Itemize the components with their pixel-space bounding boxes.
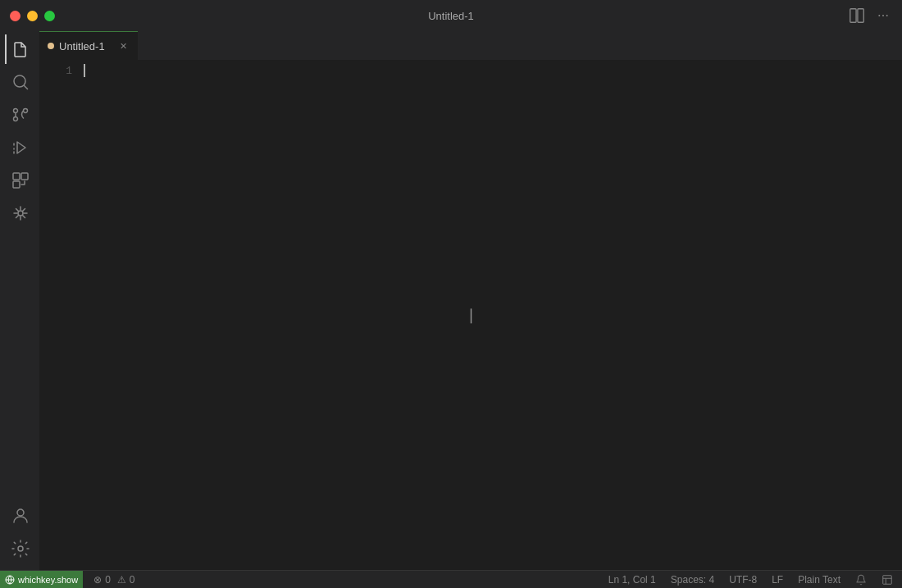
error-count: 0	[105, 574, 111, 586]
status-bar-left: whichkey.show ⊗ 0 ⚠ 0	[7, 571, 138, 589]
title-bar: Untitled-1	[0, 0, 902, 31]
line-numbers: 1	[39, 60, 80, 570]
remote-indicator[interactable]: whichkey.show	[0, 571, 83, 589]
tab-modified-indicator	[48, 43, 54, 49]
sidebar-item-run-debug[interactable]	[5, 133, 34, 162]
status-language[interactable]: Plain Text	[795, 574, 843, 586]
close-button[interactable]	[10, 11, 20, 21]
status-encoding[interactable]: UTF-8	[727, 574, 759, 586]
status-errors[interactable]: ⊗ 0 ⚠ 0	[91, 574, 137, 586]
sidebar-item-account[interactable]	[5, 501, 34, 531]
split-editor-button[interactable]	[848, 7, 866, 25]
svg-point-12	[18, 211, 23, 216]
activity-bar-top	[5, 34, 34, 501]
svg-point-13	[17, 509, 24, 516]
editor-content[interactable]: 1 ❘	[39, 60, 902, 570]
status-spaces[interactable]: Spaces: 4	[668, 574, 717, 586]
svg-point-8	[14, 117, 18, 121]
minimize-button[interactable]	[27, 11, 38, 21]
sidebar-item-settings[interactable]	[5, 534, 34, 563]
status-line-col[interactable]: Ln 1, Col 1	[606, 574, 658, 586]
tab-bar: Untitled-1 ✕	[39, 31, 902, 60]
svg-rect-15	[883, 575, 892, 584]
sidebar-item-source-control[interactable]	[5, 100, 34, 130]
error-icon: ⊗	[93, 574, 102, 586]
main-layout: Untitled-1 ✕ 1 ❘	[0, 31, 902, 570]
tab-untitled-1[interactable]: Untitled-1 ✕	[39, 31, 138, 60]
window-title: Untitled-1	[428, 10, 474, 22]
svg-point-14	[18, 546, 23, 551]
svg-rect-10	[21, 173, 28, 180]
status-bar-right: Ln 1, Col 1 Spaces: 4 UTF-8 LF Plain Tex…	[606, 574, 895, 586]
sidebar-item-search[interactable]	[5, 67, 34, 97]
code-area[interactable]	[80, 60, 902, 570]
tab-close-button[interactable]: ✕	[116, 39, 130, 52]
title-bar-actions	[848, 7, 892, 25]
traffic-lights	[10, 11, 55, 21]
svg-rect-9	[13, 173, 20, 180]
activity-bar	[0, 31, 39, 570]
status-bar: whichkey.show ⊗ 0 ⚠ 0 Ln 1, Col 1 Spaces…	[0, 570, 902, 588]
sidebar-item-extensions[interactable]	[5, 166, 34, 195]
text-cursor	[84, 64, 85, 77]
svg-point-4	[886, 15, 888, 16]
svg-rect-0	[850, 9, 856, 23]
sidebar-item-remote[interactable]	[5, 198, 34, 228]
svg-point-5	[14, 75, 25, 87]
status-line-ending[interactable]: LF	[769, 574, 786, 586]
tab-filename: Untitled-1	[59, 40, 105, 52]
warning-count: 0	[130, 574, 135, 586]
remote-label: whichkey.show	[18, 575, 78, 585]
svg-rect-1	[858, 9, 863, 23]
more-actions-button[interactable]	[874, 7, 892, 25]
layout-button[interactable]	[879, 574, 895, 586]
svg-rect-11	[13, 181, 20, 188]
line-number-1: 1	[39, 63, 72, 79]
warning-icon: ⚠	[117, 574, 126, 586]
svg-point-2	[878, 15, 880, 16]
notifications-button[interactable]	[853, 574, 869, 586]
svg-point-6	[14, 109, 18, 113]
maximize-button[interactable]	[44, 11, 55, 21]
editor-area: Untitled-1 ✕ 1 ❘	[39, 31, 902, 570]
sidebar-item-explorer[interactable]	[5, 34, 34, 64]
svg-point-3	[882, 15, 884, 16]
activity-bar-bottom	[5, 501, 34, 570]
